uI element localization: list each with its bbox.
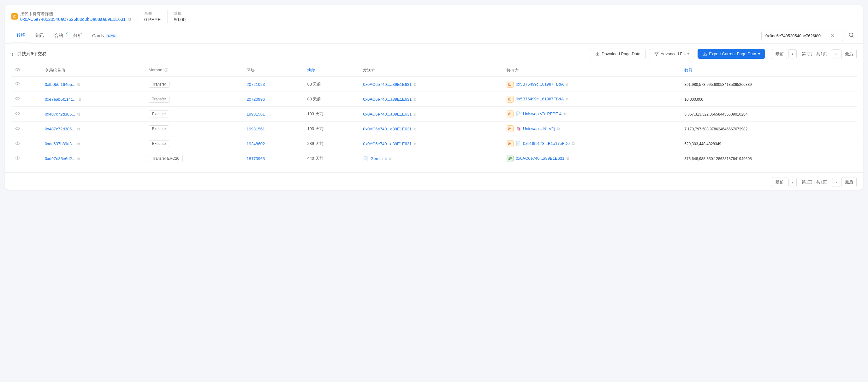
download-icon [595,52,600,56]
copy-tx-icon[interactable]: ⧉ [77,142,80,146]
method-badge: Transfer [149,81,169,88]
tab-transfer[interactable]: 转移 [11,28,30,43]
export-button[interactable]: Export Current Page Data ▾ [698,49,765,59]
eye-icon[interactable] [15,97,20,102]
transactions-table: 交易哈希值 Method ⓘ 区块 块龄 发送方 接收方 数额 0xfb0 [11,64,857,166]
to-address-link[interactable]: 0x5B75499c...61987FBdA [516,82,563,87]
tab-search-right: ✕ [761,31,857,41]
first-page-button[interactable]: 最前 [772,49,787,59]
eye-icon[interactable] [15,127,20,131]
bottom-prev-button[interactable]: ‹ [788,178,797,187]
bottom-page-info: 第1页，共1页 [798,177,831,187]
to-doc-icon: 📄 [516,112,521,116]
tab-contract[interactable]: 合约 ✔ [49,28,68,43]
copy-to-icon[interactable]: ⧉ [572,141,575,146]
copy-address-icon[interactable]: ⧉ [128,17,131,22]
copy-from-icon[interactable]: ⧉ [414,82,416,87]
tx-hash-link[interactable]: 0xe7eab5f1141... [45,97,76,102]
tx-hash-link[interactable]: 0x487c72d385... [45,112,75,117]
copy-to-icon[interactable]: ⧉ [566,82,568,87]
copy-tx-icon[interactable]: ⧉ [77,156,80,161]
copy-to-icon[interactable]: ⧉ [566,156,569,161]
to-address-link[interactable]: 0x919f9173...B1a17eFDe [523,141,570,146]
amount-value: 10,000,000 [684,97,703,102]
copy-to-icon[interactable]: ⧉ [566,97,568,101]
table-body: 0xfb0b6f164eb... ⧉Transfer2072102383 天前0… [11,77,857,166]
from-address-link[interactable]: 0x0AC6e740...a89E1E631 [363,82,411,87]
value-section: 价值 $0.00 [174,11,186,22]
value-amount: $0.00 [174,17,186,22]
bottom-first-button[interactable]: 最前 [772,177,787,187]
advanced-filter-label: Advanced Filter [661,52,689,56]
toolbar: ↕ 共找到6个交易 Download Page Data Advanced Fi… [11,43,857,64]
tx-hash-link[interactable]: 0xfb0b6f164eb... [45,82,75,87]
eye-icon[interactable] [15,142,20,146]
search-wrapper[interactable]: ✕ [761,31,843,41]
to-address-link[interactable]: 0x0AC6e740...a89E1E631 [516,156,564,161]
copy-from-icon[interactable]: ⧉ [414,97,416,102]
copy-from-icon[interactable]: ⧉ [414,127,416,131]
tx-hash-link[interactable]: 0xd97e35e6d2... [45,156,75,161]
tab-analysis[interactable]: 分析 [68,28,87,43]
block-link[interactable]: 20720996 [247,97,265,102]
bottom-next-button[interactable]: › [832,178,840,187]
from-address-link[interactable]: Gemini 4 [371,156,387,161]
bottom-pagination: 最前 ‹ 第1页，共1页 › 最后 [5,172,863,190]
to-address-link[interactable]: 0x5B75499c...61987FBdA [516,97,563,101]
copy-tx-icon[interactable]: ⧉ [77,127,80,131]
bottom-last-button[interactable]: 最后 [841,177,857,187]
from-address-link[interactable]: 0x0AC6e740...a89E1E631 [363,97,411,102]
eye-icon[interactable] [15,82,20,87]
tx-hash-link[interactable]: 0xdc637b89a3... [45,141,75,146]
to-address-link[interactable]: Uniswap V3: PEPE 4 [523,112,561,116]
copy-tx-icon[interactable]: ⧉ [79,97,82,102]
method-info-icon[interactable]: ⓘ [164,68,168,72]
copy-to-icon[interactable]: ⧉ [564,112,566,116]
copy-to-icon[interactable]: ⧉ [557,126,560,131]
tx-hash-link[interactable]: 0x487c72d385... [45,126,75,131]
eye-icon[interactable] [15,156,20,161]
th-amount: 数额 [681,64,857,77]
value-label: 价值 [174,11,186,16]
block-link[interactable]: 19248602 [247,141,265,146]
search-icon[interactable] [846,31,857,40]
from-address-link[interactable]: 0x0AC6e740...a89E1E631 [363,126,411,131]
tab-transfer-label: 转移 [17,32,25,37]
direction-badge: 出 [506,81,514,88]
page-info: 第1页，共1页 [798,49,831,59]
from-address-link[interactable]: 0x0AC6e740...a89E1E631 [363,112,411,117]
table-row: 0xe7eab5f1141... ⧉Transfer2072099683 天前0… [11,92,857,107]
tab-knowledge[interactable]: 知讯 [30,28,49,43]
svg-point-9 [17,128,18,129]
th-age: 块龄 [303,64,359,77]
copy-tx-icon[interactable]: ⧉ [77,82,80,87]
block-link[interactable]: 18173963 [247,156,265,161]
copy-from-icon[interactable]: ⧉ [414,112,416,117]
direction-badge: 进 [506,155,514,162]
block-link[interactable]: 19931561 [247,112,265,117]
copy-tx-icon[interactable]: ⧉ [77,112,80,117]
to-address-link[interactable]: Uniswap ...NI-V2) [523,126,555,131]
result-count: 共找到6个交易 [18,51,46,57]
last-page-button[interactable]: 最后 [841,49,857,59]
eye-icon[interactable] [15,112,20,117]
table-row: 0x487c72d385... ⧉Execute19931561193 天前0x… [11,121,857,137]
copy-from-icon[interactable]: ⧉ [414,142,416,146]
tab-cards-label: Cards [92,33,104,38]
filter-address[interactable]: 0x0AC6e740520540aC7626f80d0bDa88aa89E1E6… [20,17,126,22]
direction-badge: 出 [506,111,514,117]
amount-value: 7,170,797,583.978624646667672982 [684,127,747,131]
search-input[interactable] [766,33,829,38]
token-icon: 币 [11,13,18,20]
from-address-link[interactable]: 0x0AC6e740...a89E1E631 [363,141,411,146]
prev-page-button[interactable]: ‹ [788,49,797,58]
next-page-button[interactable]: › [832,49,840,58]
tab-cards[interactable]: Cards New [87,29,122,42]
clear-search-icon[interactable]: ✕ [831,33,835,39]
block-link[interactable]: 19931561 [247,126,265,131]
download-page-data-button[interactable]: Download Page Data [590,49,646,59]
block-link[interactable]: 20721023 [247,82,265,87]
copy-from-icon[interactable]: ⧉ [389,156,392,161]
advanced-filter-button[interactable]: Advanced Filter [649,49,694,59]
balance-value: 0 PEPE [144,17,161,22]
